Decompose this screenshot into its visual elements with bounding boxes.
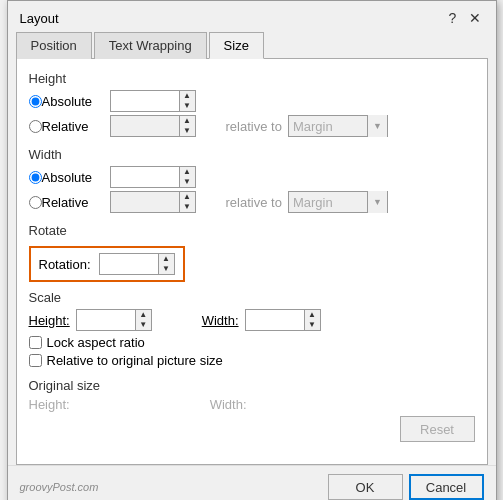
width-relative-up[interactable]: ▲ <box>180 192 195 202</box>
width-absolute-row: Absolute 2.72" ▲ ▼ <box>29 166 475 188</box>
height-absolute-label: Absolute <box>42 94 110 109</box>
tab-text-wrapping[interactable]: Text Wrapping <box>94 32 207 59</box>
width-absolute-label: Absolute <box>42 170 110 185</box>
scale-height-spinners: ▲ ▼ <box>136 309 152 331</box>
width-absolute-down[interactable]: ▼ <box>180 177 195 187</box>
rotation-spinners: ▲ ▼ <box>159 253 175 275</box>
height-absolute-down[interactable]: ▼ <box>180 101 195 111</box>
height-label: Height <box>29 71 475 86</box>
tab-content: Height Absolute 0.42" ▲ ▼ Relative <box>16 58 488 465</box>
width-relative-row: Relative ▲ ▼ relative to Margin ▼ <box>29 191 475 213</box>
scale-height-item: Height: 100 % ▲ ▼ <box>29 309 152 331</box>
width-relative-to-arrow[interactable]: ▼ <box>367 191 387 213</box>
original-width-label: Width: <box>210 397 247 412</box>
width-relative-spinners: ▲ ▼ <box>180 191 196 213</box>
width-relative-radio[interactable] <box>29 196 42 209</box>
original-size-label: Original size <box>29 378 475 393</box>
height-section: Height Absolute 0.42" ▲ ▼ Relative <box>29 71 475 137</box>
reset-row: Reset <box>29 416 475 442</box>
rotation-down[interactable]: ▼ <box>159 264 174 274</box>
lock-aspect-row: Lock aspect ratio <box>29 335 475 350</box>
height-relative-up[interactable]: ▲ <box>180 116 195 126</box>
relative-original-row: Relative to original picture size <box>29 353 475 368</box>
height-relative-to-select-wrapper: Margin ▼ <box>288 115 388 137</box>
height-absolute-input[interactable]: 0.42" <box>110 90 180 112</box>
original-size-section: Original size Height: Width: Reset <box>29 378 475 442</box>
width-absolute-input[interactable]: 2.72" <box>110 166 180 188</box>
watermark: groovyPost.com <box>20 481 322 493</box>
original-height-label: Height: <box>29 397 70 412</box>
height-absolute-row: Absolute 0.42" ▲ ▼ <box>29 90 475 112</box>
scale-section: Scale Height: 100 % ▲ ▼ Width: 100 <box>29 290 475 368</box>
layout-dialog: Layout ? ✕ Position Text Wrapping Size H… <box>7 0 497 500</box>
height-relative-to-label: relative to <box>226 119 282 134</box>
scale-width-spinners: ▲ ▼ <box>305 309 321 331</box>
dialog-footer: groovyPost.com OK Cancel <box>8 465 496 500</box>
rotation-input-group: 0° ▲ ▼ <box>99 253 175 275</box>
height-relative-label: Relative <box>42 119 110 134</box>
rotation-up[interactable]: ▲ <box>159 254 174 264</box>
cancel-button[interactable]: Cancel <box>409 474 484 500</box>
dialog-title: Layout <box>20 11 59 26</box>
lock-aspect-label: Lock aspect ratio <box>47 335 145 350</box>
width-absolute-input-group: 2.72" ▲ ▼ <box>110 166 196 188</box>
close-button[interactable]: ✕ <box>466 9 484 27</box>
height-relative-input-group: ▲ ▼ <box>110 115 196 137</box>
title-bar: Layout ? ✕ <box>8 1 496 31</box>
width-relative-down[interactable]: ▼ <box>180 202 195 212</box>
scale-width-up[interactable]: ▲ <box>305 310 320 320</box>
scale-height-down[interactable]: ▼ <box>136 320 151 330</box>
height-relative-to-arrow[interactable]: ▼ <box>367 115 387 137</box>
scale-width-input-group: 100 % ▲ ▼ <box>245 309 321 331</box>
width-relative-label: Relative <box>42 195 110 210</box>
tab-bar: Position Text Wrapping Size <box>8 31 496 58</box>
height-relative-down[interactable]: ▼ <box>180 126 195 136</box>
scale-height-up[interactable]: ▲ <box>136 310 151 320</box>
height-absolute-input-group: 0.42" ▲ ▼ <box>110 90 196 112</box>
scale-inputs-row: Height: 100 % ▲ ▼ Width: 100 % ▲ <box>29 309 475 331</box>
tab-position[interactable]: Position <box>16 32 92 59</box>
help-button[interactable]: ? <box>444 9 462 27</box>
rotate-label: Rotate <box>29 223 475 238</box>
width-relative-to-value: Margin <box>289 195 367 210</box>
rotate-section: Rotate Rotation: 0° ▲ ▼ <box>29 223 475 282</box>
title-controls: ? ✕ <box>444 9 484 27</box>
tab-size[interactable]: Size <box>209 32 264 59</box>
width-absolute-up[interactable]: ▲ <box>180 167 195 177</box>
relative-original-checkbox[interactable] <box>29 354 42 367</box>
scale-label: Scale <box>29 290 475 305</box>
scale-height-input[interactable]: 100 % <box>76 309 136 331</box>
reset-button[interactable]: Reset <box>400 416 475 442</box>
scale-width-input[interactable]: 100 % <box>245 309 305 331</box>
height-relative-spinners: ▲ ▼ <box>180 115 196 137</box>
rotation-input[interactable]: 0° <box>99 253 159 275</box>
width-absolute-spinners: ▲ ▼ <box>180 166 196 188</box>
width-relative-input-group: ▲ ▼ <box>110 191 196 213</box>
lock-aspect-checkbox[interactable] <box>29 336 42 349</box>
width-absolute-radio[interactable] <box>29 171 42 184</box>
width-section: Width Absolute 2.72" ▲ ▼ Relative <box>29 147 475 213</box>
height-absolute-up[interactable]: ▲ <box>180 91 195 101</box>
width-relative-to-group: relative to Margin ▼ <box>226 191 388 213</box>
height-relative-row: Relative ▲ ▼ relative to Margin ▼ <box>29 115 475 137</box>
width-relative-input[interactable] <box>110 191 180 213</box>
ok-button[interactable]: OK <box>328 474 403 500</box>
original-size-row: Height: Width: <box>29 397 475 412</box>
scale-width-label: Width: <box>202 313 239 328</box>
height-relative-radio[interactable] <box>29 120 42 133</box>
width-label: Width <box>29 147 475 162</box>
height-absolute-radio[interactable] <box>29 95 42 108</box>
rotation-box: Rotation: 0° ▲ ▼ <box>29 246 185 282</box>
rotation-field-label: Rotation: <box>39 257 91 272</box>
width-relative-to-label: relative to <box>226 195 282 210</box>
width-relative-to-select-wrapper: Margin ▼ <box>288 191 388 213</box>
height-relative-input[interactable] <box>110 115 180 137</box>
scale-width-down[interactable]: ▼ <box>305 320 320 330</box>
height-relative-to-value: Margin <box>289 119 367 134</box>
relative-original-label: Relative to original picture size <box>47 353 223 368</box>
scale-height-label: Height: <box>29 313 70 328</box>
height-relative-to-group: relative to Margin ▼ <box>226 115 388 137</box>
scale-height-input-group: 100 % ▲ ▼ <box>76 309 152 331</box>
scale-width-item: Width: 100 % ▲ ▼ <box>202 309 321 331</box>
height-absolute-spinners: ▲ ▼ <box>180 90 196 112</box>
